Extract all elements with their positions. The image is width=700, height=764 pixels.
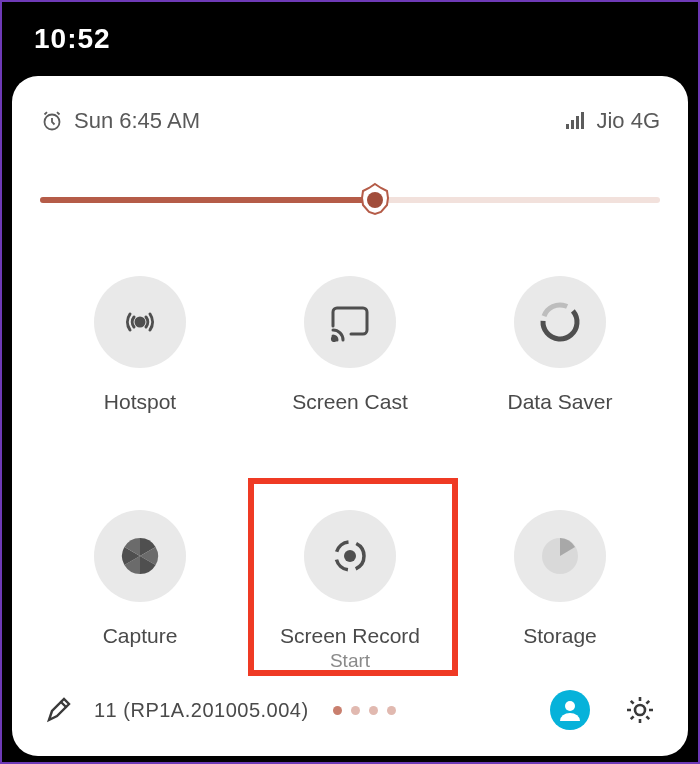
qs-tiles-grid: Hotspot Screen Cast Data Saver — [40, 268, 660, 684]
svg-rect-1 — [566, 124, 569, 129]
data-saver-icon — [514, 276, 606, 368]
slider-fill — [40, 197, 375, 203]
record-icon — [304, 510, 396, 602]
hotspot-icon — [94, 276, 186, 368]
tile-label: Data Saver — [507, 390, 612, 414]
svg-rect-3 — [576, 116, 579, 129]
tile-label: Storage — [523, 624, 597, 648]
tile-storage[interactable]: Storage — [460, 502, 660, 684]
storage-pie-icon — [514, 510, 606, 602]
qs-header: Sun 6:45 AM Jio 4G — [40, 108, 660, 134]
tile-label: Screen Cast — [292, 390, 408, 414]
user-avatar[interactable] — [550, 690, 590, 730]
slider-thumb[interactable] — [357, 182, 393, 218]
tile-hotspot[interactable]: Hotspot — [40, 268, 240, 426]
signal-icon — [564, 110, 586, 132]
svg-point-11 — [344, 550, 356, 562]
brightness-slider[interactable] — [40, 186, 660, 214]
tile-capture[interactable]: Capture — [40, 502, 240, 684]
page-dot — [387, 706, 396, 715]
page-dot — [351, 706, 360, 715]
svg-point-14 — [565, 701, 575, 711]
alarm-time: Sun 6:45 AM — [74, 108, 200, 134]
alarm-icon — [40, 109, 64, 133]
aperture-icon — [94, 510, 186, 602]
cast-icon — [304, 276, 396, 368]
svg-point-7 — [136, 318, 144, 326]
page-dots[interactable] — [333, 706, 396, 715]
tile-label: Screen Record — [280, 624, 420, 648]
svg-point-6 — [367, 192, 383, 208]
page-dot — [333, 706, 342, 715]
tile-sublabel: Start — [330, 650, 370, 672]
svg-rect-4 — [581, 112, 584, 129]
gear-icon[interactable] — [624, 694, 656, 726]
svg-rect-2 — [571, 120, 574, 129]
clock-time: 10:52 — [34, 23, 111, 55]
device-statusbar: 10:52 — [2, 2, 698, 76]
svg-point-15 — [635, 705, 645, 715]
page-dot — [369, 706, 378, 715]
tile-screen-record[interactable]: Screen Record Start — [250, 502, 450, 684]
qs-footer: 11 (RP1A.201005.004) — [40, 684, 660, 738]
tile-label: Capture — [103, 624, 178, 648]
carrier-label: Jio 4G — [596, 108, 660, 134]
tile-label: Hotspot — [104, 390, 176, 414]
quick-settings-panel: Sun 6:45 AM Jio 4G — [12, 76, 688, 756]
svg-point-8 — [332, 337, 335, 340]
tile-screen-cast[interactable]: Screen Cast — [250, 268, 450, 426]
build-text: 11 (RP1A.201005.004) — [94, 699, 309, 722]
edit-icon[interactable] — [44, 695, 74, 725]
tile-data-saver[interactable]: Data Saver — [460, 268, 660, 426]
